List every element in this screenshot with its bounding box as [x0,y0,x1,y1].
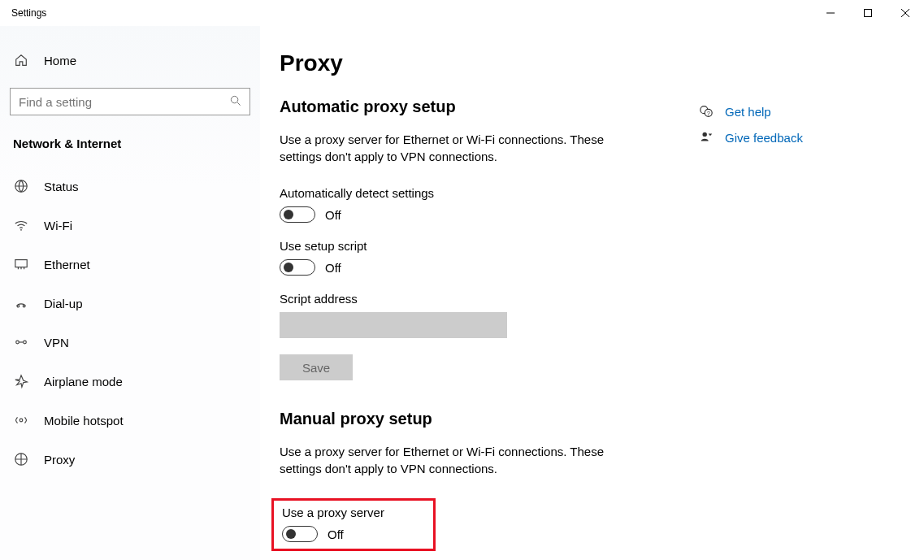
home-label: Home [44,54,76,67]
script-address-input[interactable] [280,312,507,338]
sidebar-item-label: VPN [44,336,69,349]
svg-point-1 [231,96,237,102]
sidebar-item-wifi[interactable]: Wi-Fi [10,206,250,245]
give-feedback-label: Give feedback [725,131,803,145]
sidebar-item-label: Proxy [44,453,75,467]
globe-icon [13,178,29,194]
svg-rect-4 [15,260,27,267]
sidebar-item-label: Dial-up [44,297,83,310]
automatic-setup-heading: Automatic proxy setup [280,98,702,116]
close-icon [901,9,909,17]
maximize-icon [864,9,872,17]
script-address-label: Script address [280,292,702,306]
use-proxy-state: Off [328,527,344,541]
use-script-state: Off [325,261,341,275]
sidebar-item-label: Airplane mode [44,375,123,389]
maximize-button[interactable] [849,0,887,26]
main-content: Proxy Automatic proxy setup Use a proxy … [260,26,924,560]
search-box[interactable] [10,88,250,115]
sidebar-item-status[interactable]: Status [10,167,250,206]
svg-point-5 [17,305,20,307]
minimize-icon [826,9,835,17]
svg-point-8 [24,341,27,344]
feedback-icon [699,130,714,145]
sidebar-section-label: Network & Internet [10,137,250,167]
highlight-annotation: Use a proxy server Off [271,498,436,551]
sidebar-item-hotspot[interactable]: Mobile hotspot [10,401,250,440]
svg-text:?: ? [707,110,710,117]
sidebar-item-label: Wi-Fi [44,219,72,232]
home-link[interactable]: Home [10,44,250,76]
search-input[interactable] [19,95,230,109]
help-links: ? Get help Give feedback [699,104,803,156]
sidebar-item-label: Ethernet [44,258,90,271]
window-controls [812,0,924,26]
auto-detect-state: Off [325,208,341,222]
sidebar-item-label: Status [44,180,79,193]
sidebar-item-airplane[interactable]: Airplane mode [10,362,250,401]
save-button[interactable]: Save [280,354,353,380]
use-proxy-label: Use a proxy server [282,506,384,519]
close-button[interactable] [887,0,924,26]
manual-setup-heading: Manual proxy setup [280,410,702,428]
svg-point-6 [23,305,25,307]
hotspot-icon [13,412,29,428]
sidebar-item-dialup[interactable]: Dial-up [10,284,250,323]
sidebar-item-proxy[interactable]: Proxy [10,440,250,479]
get-help-link[interactable]: ? Get help [699,104,803,119]
svg-point-9 [20,419,23,422]
auto-detect-toggle[interactable] [280,206,315,223]
use-script-toggle[interactable] [280,259,315,276]
give-feedback-link[interactable]: Give feedback [699,130,803,145]
sidebar-item-vpn[interactable]: VPN [10,323,250,362]
automatic-setup-description: Use a proxy server for Ethernet or Wi-Fi… [280,131,629,165]
svg-point-3 [20,229,22,231]
svg-point-7 [16,341,20,344]
airplane-icon [13,373,29,389]
wifi-icon [13,217,29,233]
sidebar-item-label: Mobile hotspot [44,414,124,428]
page-title: Proxy [280,50,702,76]
svg-point-14 [703,132,707,137]
dialup-icon [13,295,29,311]
ethernet-icon [13,256,29,272]
help-icon: ? [699,104,714,119]
svg-rect-0 [865,10,872,17]
window-title: Settings [11,7,46,19]
get-help-label: Get help [725,105,771,119]
title-bar: Settings [0,0,924,26]
minimize-button[interactable] [812,0,849,26]
use-proxy-toggle[interactable] [282,526,318,542]
auto-detect-label: Automatically detect settings [280,186,702,200]
sidebar: Home Network & Internet Status Wi-Fi Eth… [0,26,260,560]
manual-setup-description: Use a proxy server for Ethernet or Wi-Fi… [280,443,629,477]
vpn-icon [13,334,29,350]
sidebar-item-ethernet[interactable]: Ethernet [10,245,250,284]
proxy-icon [13,451,29,467]
search-icon [230,95,241,109]
use-script-label: Use setup script [280,239,702,253]
home-icon [13,52,29,68]
